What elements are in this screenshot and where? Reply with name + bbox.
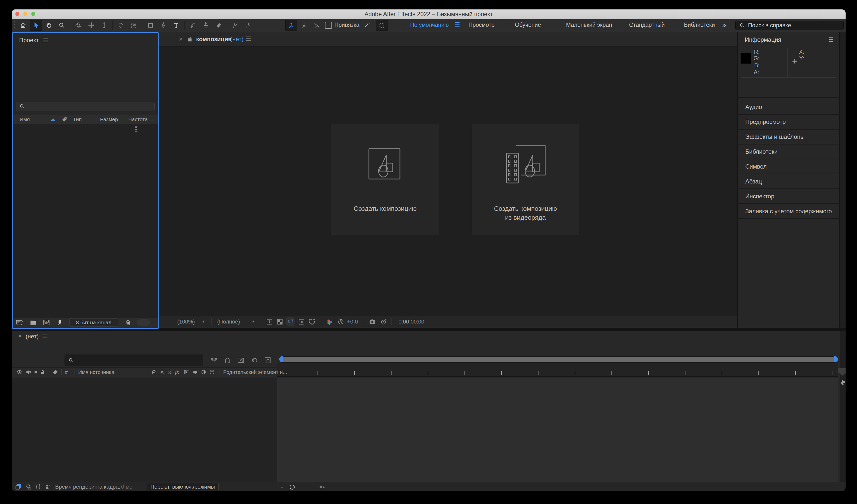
fast-previews-icon[interactable]	[266, 318, 273, 325]
sidebar-item-libraries[interactable]: Библиотеки	[738, 145, 839, 159]
time-zoom-slider-knob[interactable]	[290, 485, 295, 490]
timeline-tab-label[interactable]: (нет)	[26, 333, 39, 340]
bit-depth-button[interactable]: 8 бит на канал	[69, 319, 118, 326]
new-folder-icon[interactable]	[30, 319, 37, 326]
expand-render-pane-icon[interactable]	[44, 483, 51, 490]
interpret-footage-icon[interactable]	[16, 319, 24, 326]
timeline-search-input[interactable]	[65, 355, 203, 366]
rocket-icon[interactable]	[56, 319, 63, 326]
column-parent-link[interactable]: Родительский элемент и...	[223, 369, 287, 375]
expand-in-out-panes-icon[interactable]	[35, 483, 42, 490]
video-eye-icon[interactable]	[16, 369, 23, 375]
snapshot-icon[interactable]	[369, 318, 376, 325]
timeline-navigator[interactable]	[279, 356, 838, 363]
dolly-camera-tool-button[interactable]	[98, 20, 111, 31]
zoom-out-time-icon[interactable]	[280, 484, 285, 489]
sidebar-item-paragraph[interactable]: Абзац	[738, 174, 839, 189]
region-of-interest-icon[interactable]	[286, 318, 295, 325]
clone-stamp-tool-button[interactable]	[199, 20, 212, 31]
roto-brush-tool-button[interactable]	[229, 20, 242, 31]
pan-behind-tool-button[interactable]	[127, 20, 140, 31]
navigator-bar[interactable]	[279, 357, 838, 362]
composition-tab-status[interactable]: (нет)	[230, 36, 243, 43]
column-layer-number[interactable]: #	[65, 369, 68, 375]
puppet-pin-tool-button[interactable]	[242, 20, 255, 31]
rectangle-tool-button[interactable]	[144, 20, 157, 31]
project-panel-menu-icon[interactable]: ☰	[43, 37, 48, 44]
exposure-icon[interactable]	[337, 318, 345, 325]
label-tag-icon[interactable]	[61, 116, 68, 123]
close-tab-icon[interactable]: ×	[179, 35, 183, 43]
lock-icon[interactable]	[40, 369, 46, 375]
snap-indicator-icon[interactable]	[363, 21, 370, 29]
composition-mini-flowchart-icon[interactable]	[210, 356, 218, 364]
comp-marker-bin[interactable]	[838, 368, 845, 376]
project-panel-title[interactable]: Проект	[19, 37, 39, 44]
project-search-input[interactable]	[16, 102, 155, 111]
layer-list-area[interactable]	[12, 378, 277, 482]
pen-tool-button[interactable]	[157, 20, 170, 31]
workspace-tab-standard[interactable]: Стандартный	[629, 19, 665, 31]
show-snapshot-icon[interactable]	[380, 318, 388, 325]
trash-icon[interactable]	[124, 319, 132, 326]
column-type[interactable]: Тип	[73, 116, 82, 122]
home-tool-button[interactable]	[17, 20, 30, 31]
frame-blending-icon[interactable]	[237, 356, 245, 364]
chevron-down-icon[interactable]: ▾	[203, 319, 205, 324]
workspace-menu-icon[interactable]: ☰	[454, 19, 460, 31]
label-tag-icon[interactable]	[52, 369, 58, 375]
sidebar-item-inspector[interactable]: Инспектор	[738, 189, 839, 204]
info-panel-title[interactable]: Информация	[745, 36, 781, 43]
project-items-list[interactable]	[13, 124, 158, 317]
collapse-transformations-icon[interactable]	[159, 369, 165, 375]
orbit-camera-tool-button[interactable]	[72, 20, 85, 31]
new-composition-from-footage-card[interactable]: Создать композицию из видеоряда	[472, 124, 579, 235]
guides-icon[interactable]	[298, 318, 305, 325]
workspace-tab-review[interactable]: Просмотр	[469, 19, 494, 31]
close-tab-icon[interactable]: ×	[18, 332, 22, 340]
composition-tab-label[interactable]: композиция	[196, 36, 232, 43]
motion-blur-column-icon[interactable]	[192, 369, 198, 375]
brush-tool-button[interactable]	[186, 20, 199, 31]
hand-tool-button[interactable]	[43, 20, 55, 31]
local-axis-mode-button[interactable]	[285, 20, 297, 31]
composition-panel-menu-icon[interactable]: ☰	[246, 35, 251, 43]
selection-tool-button[interactable]	[30, 20, 42, 31]
sort-ascending-icon[interactable]	[50, 118, 56, 121]
type-tool-button[interactable]	[170, 20, 183, 31]
mask-visibility-toggle[interactable]	[376, 20, 388, 31]
sidebar-item-character[interactable]: Символ	[738, 159, 839, 174]
unlock-icon[interactable]	[186, 36, 193, 43]
new-composition-icon[interactable]	[43, 319, 50, 326]
help-search-input[interactable]: Поиск в справке	[735, 21, 844, 30]
channels-icon[interactable]	[326, 318, 333, 325]
graph-editor-icon[interactable]	[264, 356, 271, 364]
comp-button-icon[interactable]	[838, 379, 845, 386]
solo-icon[interactable]	[34, 371, 37, 373]
crop-region-icon[interactable]	[308, 318, 316, 325]
flowchart-icon[interactable]	[133, 125, 139, 132]
column-size[interactable]: Размер	[100, 116, 118, 122]
transparency-grid-icon[interactable]	[276, 318, 284, 325]
quality-icon[interactable]	[167, 369, 173, 375]
3d-layer-icon[interactable]	[209, 369, 215, 375]
workspace-tab-learn[interactable]: Обучение	[515, 19, 541, 31]
workspace-tab-libraries[interactable]: Библиотеки	[684, 19, 715, 31]
draft-3d-icon[interactable]	[224, 356, 231, 364]
shy-icon[interactable]	[151, 369, 157, 375]
zoom-tool-button[interactable]	[55, 20, 68, 31]
snapping-checkbox[interactable]	[325, 22, 332, 29]
pan-camera-tool-button[interactable]	[85, 20, 98, 31]
workspace-overflow-chevron[interactable]: »	[722, 19, 726, 31]
chevron-down-icon[interactable]: ▾	[252, 319, 254, 324]
new-composition-card[interactable]: Создать композицию	[332, 124, 439, 235]
zoom-in-time-icon[interactable]	[319, 484, 326, 489]
toolbar-grip[interactable]	[14, 21, 15, 29]
track-area[interactable]	[277, 378, 838, 482]
exposure-value[interactable]: +0,0	[347, 319, 358, 325]
navigator-start-handle[interactable]	[279, 356, 283, 362]
adjustment-layer-icon[interactable]	[200, 369, 207, 375]
expand-layer-switches-icon[interactable]	[15, 483, 22, 490]
column-name[interactable]: Имя	[20, 116, 30, 122]
sidebar-item-content-aware-fill[interactable]: Заливка с учетом содержимого	[738, 204, 839, 219]
